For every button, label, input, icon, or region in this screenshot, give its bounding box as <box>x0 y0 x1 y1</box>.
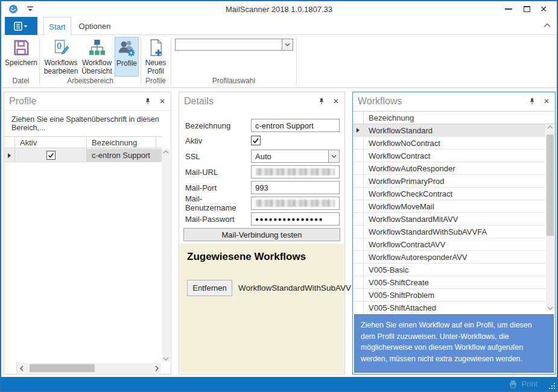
profile-button-active[interactable]: Profile <box>115 37 139 77</box>
scroll-track[interactable] <box>26 363 152 373</box>
scroll-up-button[interactable] <box>162 150 170 154</box>
workflow-row[interactable]: WorkflowStandard <box>353 124 545 137</box>
mail-port-input[interactable]: 993 <box>251 181 340 194</box>
bezeichnung-input[interactable]: c-entron Support <box>251 119 340 132</box>
tab-start[interactable]: Start <box>43 17 71 36</box>
workflow-row[interactable]: V005-ShiftProblem <box>353 289 545 302</box>
bezeichnung-cell[interactable]: c-entron Support <box>87 149 156 162</box>
printer-icon <box>509 380 518 388</box>
field-row-aktiv: Aktiv <box>185 136 340 145</box>
workflow-name: V005-ShiftProblem <box>364 289 545 301</box>
minimize-button[interactable] <box>500 1 517 17</box>
workflow-row[interactable]: WorkflowCheckContract <box>353 188 545 200</box>
profile-grid-row[interactable]: c-entron Support <box>4 149 162 162</box>
print-button[interactable]: Print <box>509 377 537 391</box>
org-chart-icon <box>88 39 106 57</box>
new-profile-button[interactable]: Neues Profil <box>142 37 169 77</box>
column-header-bezeichnung[interactable]: Bezeichnung <box>87 137 156 148</box>
workflow-name: WorkflowMoveMail <box>364 200 545 212</box>
drag-workflow-info-box: Ziehen Sie einen Workflow auf ein Profil… <box>354 314 554 373</box>
workflow-name: WorkflowStandardWithSubAVVFA <box>364 226 545 238</box>
close-panel-icon[interactable]: ✕ <box>159 98 166 105</box>
field-label: Mail-Passwort <box>185 215 251 224</box>
maximize-button[interactable] <box>518 1 535 17</box>
workflow-row[interactable]: WorkflowMoveMail <box>353 200 545 213</box>
aktiv-cell[interactable] <box>15 149 87 162</box>
close-panel-icon[interactable]: ✕ <box>332 98 340 105</box>
row-indicator-cell <box>353 276 364 288</box>
scroll-right-button[interactable] <box>152 363 161 373</box>
row-indicator-cell <box>353 162 364 174</box>
combobox-dropdown-button[interactable] <box>328 150 339 162</box>
workflow-row[interactable]: WorkflowStandardWithSubAVVFA <box>353 226 545 238</box>
workflow-name: WorkflowPrimaryProd <box>364 175 545 187</box>
workflow-row[interactable]: WorkflowStandardMitAVV <box>353 213 545 226</box>
print-label: Print <box>521 379 537 388</box>
collapse-ribbon-icon[interactable] <box>544 23 551 28</box>
profile-select-combobox[interactable] <box>175 39 293 51</box>
combobox-dropdown-button[interactable] <box>282 39 293 50</box>
resize-grip[interactable] <box>549 383 555 389</box>
ribbon-tab-row: Start Optionen <box>1 17 557 35</box>
app-menu-icon <box>14 22 28 31</box>
column-header-cut <box>156 137 162 148</box>
workflow-row[interactable]: V005-ShiftAttached <box>353 302 545 313</box>
aktiv-checkbox[interactable] <box>251 136 261 145</box>
workflow-row[interactable]: WorkflowNoContract <box>353 137 545 150</box>
assigned-workflows-heading: Zugewiesene Workflows <box>187 251 306 263</box>
field-label: Aktiv <box>185 136 251 145</box>
chevron-up-icon <box>163 150 169 154</box>
tab-optionen[interactable]: Optionen <box>75 17 115 35</box>
title-bar: MailScanner 2018 1.0.1807.33 ✕ <box>1 1 557 17</box>
test-mail-connection-button[interactable]: Mail-Verbindung testen <box>183 228 340 241</box>
chevron-down-icon <box>285 43 290 46</box>
scroll-thumb[interactable] <box>30 364 95 372</box>
save-button[interactable]: Speichern <box>5 37 37 77</box>
profile-horizontal-scrollbar[interactable] <box>5 363 161 373</box>
field-label: Bezeichnung <box>185 121 251 130</box>
scrollbar-corner-box <box>5 363 17 373</box>
workflow-row[interactable]: WorkflowPrimaryProd <box>353 175 545 188</box>
workflow-row[interactable]: WorkflowAutoResponder <box>353 162 545 175</box>
column-header-aktiv[interactable]: Aktiv <box>15 137 87 148</box>
close-button[interactable]: ✕ <box>535 1 552 17</box>
workflow-overview-button[interactable]: Workflow Übersicht <box>80 37 113 77</box>
group-separator <box>296 37 297 84</box>
field-label: Mail-Port <box>185 183 251 192</box>
scroll-down-button[interactable] <box>162 357 170 361</box>
close-panel-icon[interactable]: ✕ <box>543 98 550 105</box>
field-row-mail-benutzername: Mail-Benutzername <box>185 197 340 210</box>
pin-icon[interactable] <box>144 98 151 105</box>
application-menu-button[interactable] <box>5 17 37 35</box>
group-label-arbeitsbereich: Arbeitsbereich <box>40 77 141 85</box>
remove-workflow-button[interactable]: Entfernen <box>187 280 232 296</box>
window-title: MailScanner 2018 1.0.1807.33 <box>1 1 557 17</box>
profile-grid-header: Aktiv Bezeichnung <box>4 136 162 148</box>
edit-workflows-label: Workflows bearbeiten <box>43 58 79 75</box>
scroll-left-button[interactable] <box>17 363 26 373</box>
aktiv-checkbox[interactable] <box>46 151 55 160</box>
profile-vertical-scrollbar[interactable] <box>162 149 170 362</box>
edit-workflows-button[interactable]: {} Workflows bearbeiten <box>43 37 79 77</box>
scroll-down-button[interactable] <box>546 306 554 310</box>
workflow-row[interactable]: V005-ShiftCreate <box>353 276 545 289</box>
workflow-row[interactable]: WorkflowContractAVV <box>353 238 545 251</box>
group-label-profile: Profile <box>141 77 170 85</box>
workflow-row[interactable]: V005-Basic <box>353 264 545 276</box>
workflow-name: V005-ShiftCreate <box>364 276 545 288</box>
pin-icon[interactable] <box>528 98 536 105</box>
chevron-down-icon <box>331 154 337 158</box>
mail-url-input[interactable] <box>251 165 340 179</box>
workflow-name: V005-Basic <box>364 264 545 276</box>
scroll-thumb[interactable] <box>547 134 554 236</box>
workflows-vertical-scrollbar[interactable] <box>546 124 554 311</box>
column-header-bezeichnung[interactable]: Bezeichnung <box>364 112 555 124</box>
pin-icon[interactable] <box>318 98 325 105</box>
scroll-up-button[interactable] <box>546 125 554 129</box>
workflow-row[interactable]: WorkflowAutoresponderAVV <box>353 251 545 264</box>
ssl-combobox[interactable]: Auto <box>251 150 340 163</box>
workflow-row[interactable]: WorkflowContract <box>353 150 545 162</box>
mail-passwort-input[interactable]: ●●●●●●●●●●●●●●● <box>251 212 340 226</box>
mail-benutzername-input[interactable] <box>251 197 340 210</box>
row-indicator-cell <box>353 124 364 136</box>
